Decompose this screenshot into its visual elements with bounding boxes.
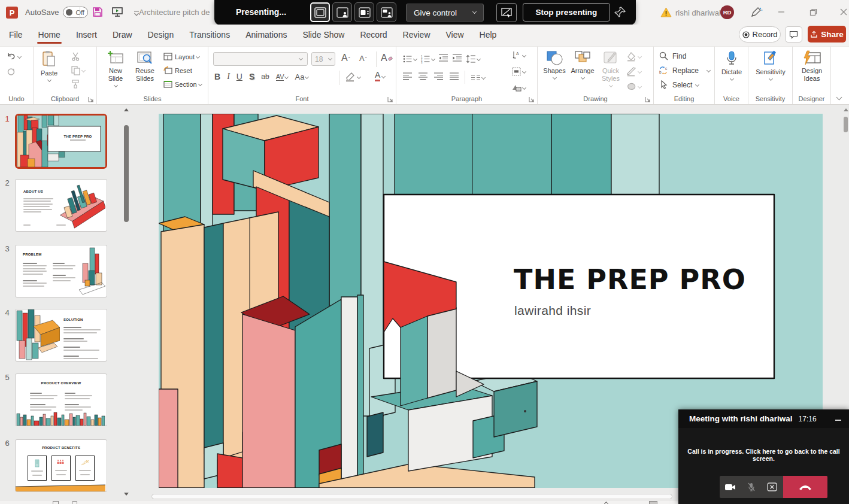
bullets-button[interactable]	[402, 54, 417, 64]
collapse-ribbon-button[interactable]	[837, 92, 841, 101]
paragraph-dialog-launcher[interactable]	[529, 95, 535, 101]
shapes-button[interactable]: Shapes	[541, 50, 568, 79]
tab-view[interactable]: View	[438, 25, 472, 45]
slide-subtitle[interactable]: lawirahd ihsir	[514, 303, 591, 318]
mic-muted-button[interactable]	[741, 476, 762, 498]
font-dialog-launcher[interactable]	[387, 95, 393, 101]
copy-button[interactable]	[71, 65, 85, 75]
cut-button[interactable]	[71, 51, 81, 63]
highlight-color-button[interactable]	[345, 72, 360, 82]
layout-standout-button[interactable]	[332, 2, 352, 22]
block-screen-button[interactable]	[496, 3, 517, 22]
section-button[interactable]: Section	[163, 79, 202, 89]
scroll-up-arrow[interactable]	[124, 108, 129, 111]
text-direction-button[interactable]: A	[511, 50, 526, 60]
justify-button[interactable]	[449, 71, 459, 83]
view-icon[interactable]	[72, 501, 77, 504]
share-button[interactable]: Share	[808, 26, 846, 42]
layout-screen-only-button[interactable]	[310, 2, 330, 22]
avatar[interactable]: RD	[720, 5, 734, 19]
meeting-message[interactable]: Call is in progress. Click here to go ba…	[684, 448, 843, 462]
tab-animations[interactable]: Animations	[238, 25, 295, 45]
pin-icon[interactable]	[614, 6, 626, 20]
clipboard-dialog-launcher[interactable]	[88, 95, 94, 101]
format-painter-button[interactable]	[71, 79, 81, 91]
camera-button[interactable]	[720, 476, 741, 498]
underline-button[interactable]: U	[236, 72, 242, 81]
align-text-button[interactable]	[511, 66, 526, 77]
scrollbar-thumb[interactable]	[151, 494, 672, 499]
start-slideshow-icon[interactable]	[111, 6, 123, 20]
drawing-dialog-launcher[interactable]	[645, 95, 651, 101]
give-control-button[interactable]: Give control	[406, 4, 484, 22]
slide-thumbnail-5[interactable]: PRODUCT OVERVIEW	[15, 374, 107, 426]
font-name-combo[interactable]	[213, 52, 308, 66]
change-case-button[interactable]: Aa	[295, 72, 308, 81]
convert-smartart-button[interactable]	[511, 83, 526, 93]
redo-button[interactable]	[6, 66, 16, 78]
pen-sparkle-icon[interactable]	[750, 7, 763, 20]
record-button[interactable]: Record	[739, 26, 781, 42]
grow-font-button[interactable]: Aˆ	[341, 53, 350, 63]
minimize-button[interactable]	[772, 5, 790, 19]
reuse-slides-button[interactable]: Reuse Slides	[131, 50, 159, 83]
undo-button[interactable]	[6, 51, 21, 62]
line-spacing-button[interactable]	[466, 54, 480, 64]
collapse-notes-icon[interactable]	[604, 502, 608, 504]
scroll-down-arrow[interactable]	[124, 493, 129, 496]
new-slide-button[interactable]: New Slide	[102, 50, 129, 87]
text-shadow-button[interactable]: S	[249, 72, 254, 81]
increase-indent-button[interactable]	[452, 53, 462, 65]
slide-thumbnail-1[interactable]: THE PREP PRO	[15, 114, 107, 169]
restore-button[interactable]	[804, 5, 822, 19]
columns-button[interactable]	[471, 72, 485, 83]
teams-meeting-overlay[interactable]: Meeting with rishi dhariwal 17:16 Call i…	[678, 409, 849, 504]
shape-effects-button[interactable]	[626, 81, 641, 92]
shape-fill-button[interactable]	[626, 51, 641, 62]
tab-file[interactable]: File	[1, 25, 31, 45]
design-ideas-button[interactable]: Design Ideas	[796, 50, 827, 83]
layout-side-by-side-button[interactable]	[354, 2, 374, 22]
warning-icon[interactable]	[660, 7, 672, 19]
hang-up-button[interactable]	[783, 476, 827, 498]
find-button[interactable]: Find	[659, 51, 686, 61]
comments-button[interactable]	[785, 26, 802, 42]
align-right-button[interactable]	[433, 71, 444, 83]
quick-styles-button[interactable]: Quick Styles	[598, 50, 624, 87]
save-icon[interactable]	[92, 7, 103, 19]
document-title[interactable]: Architecture pitch de	[139, 8, 210, 17]
scrollbar-thumb[interactable]	[844, 117, 848, 132]
clear-formatting-button[interactable]: A	[381, 53, 393, 63]
tab-insert[interactable]: Insert	[68, 25, 105, 45]
slide-thumbnail-6[interactable]: PRODUCT BENEFITS	[15, 439, 107, 492]
paste-button[interactable]: Paste	[41, 50, 57, 81]
tab-review[interactable]: Review	[395, 25, 438, 45]
layout-reporter-button[interactable]	[377, 2, 396, 22]
shape-outline-button[interactable]	[626, 66, 641, 77]
stop-sharing-button[interactable]	[762, 476, 783, 498]
tab-draw[interactable]: Draw	[105, 25, 140, 45]
font-size-combo[interactable]: 18	[311, 52, 335, 66]
close-button[interactable]	[835, 5, 849, 19]
layout-button[interactable]: Layout	[163, 51, 199, 62]
font-color-button[interactable]: A	[375, 71, 385, 81]
slide-thumbnail-3[interactable]: PROBLEM	[15, 245, 107, 297]
sensitivity-button[interactable]: Sensitivity	[753, 50, 788, 80]
thumbnails-scrollbar[interactable]	[123, 106, 130, 499]
stop-presenting-button[interactable]: Stop presenting	[523, 3, 610, 22]
slideshow-view-icon[interactable]	[649, 501, 657, 504]
tab-home[interactable]: Home	[31, 25, 68, 45]
italic-button[interactable]: I	[227, 72, 230, 81]
bold-button[interactable]: B	[214, 72, 220, 81]
slide-thumbnail-2[interactable]: ABOUT US	[15, 179, 107, 232]
signed-in-user[interactable]: rishi dhariwal	[675, 8, 721, 17]
slide-thumbnail-4[interactable]: SOLUTION	[15, 309, 107, 362]
replace-button[interactable]: bc Replace	[659, 65, 710, 75]
notes-icon[interactable]	[53, 501, 59, 504]
reset-button[interactable]: Reset	[163, 65, 192, 75]
tab-record[interactable]: Record	[352, 25, 395, 45]
slide-title[interactable]: THE PREP PRO	[514, 263, 746, 296]
overlay-minimize-button[interactable]	[835, 414, 842, 423]
tab-slide-show[interactable]: Slide Show	[295, 25, 352, 45]
align-left-button[interactable]	[402, 71, 413, 83]
